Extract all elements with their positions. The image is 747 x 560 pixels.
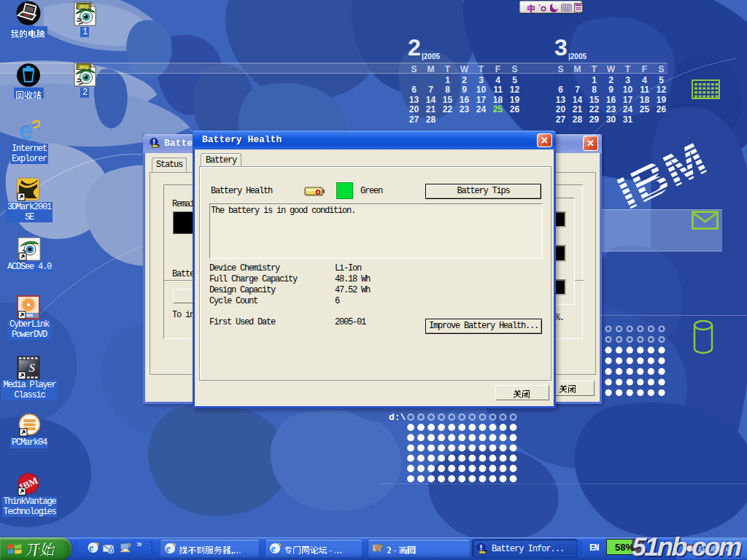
svg-text:e: e bbox=[271, 543, 276, 554]
svg-text:S: S bbox=[29, 362, 36, 374]
svg-text:e: e bbox=[19, 119, 33, 142]
svg-text:e: e bbox=[89, 542, 93, 553]
svg-text:e: e bbox=[166, 543, 171, 554]
svg-text:’: ’ bbox=[538, 4, 541, 10]
svg-text:JPG: JPG bbox=[78, 65, 89, 70]
svg-text:JPG: JPG bbox=[78, 4, 89, 9]
